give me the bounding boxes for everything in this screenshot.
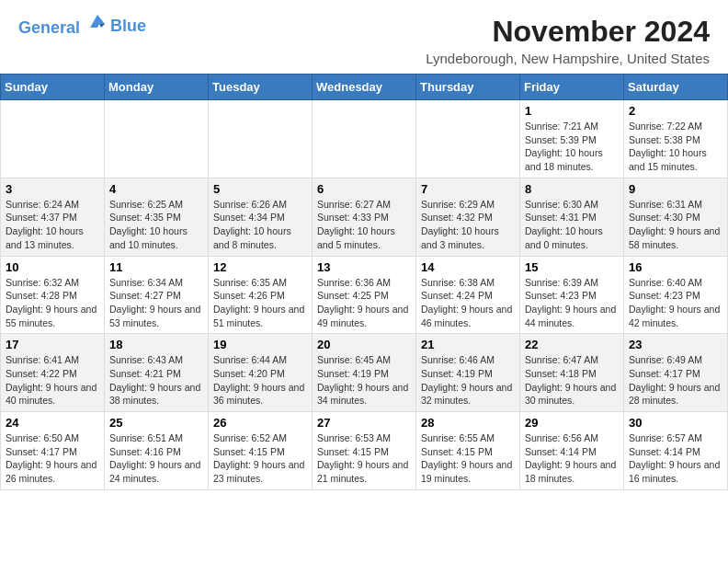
calendar-cell: 16Sunrise: 6:40 AMSunset: 4:23 PMDayligh… <box>624 256 728 334</box>
day-number: 7 <box>421 182 515 196</box>
day-info: Sunrise: 7:21 AMSunset: 5:39 PMDaylight:… <box>525 120 619 174</box>
day-number: 8 <box>525 182 619 196</box>
logo-text: General <box>18 15 108 38</box>
day-number: 4 <box>109 182 203 196</box>
calendar-cell: 3Sunrise: 6:24 AMSunset: 4:37 PMDaylight… <box>1 178 105 256</box>
calendar-cell: 21Sunrise: 6:46 AMSunset: 4:19 PMDayligh… <box>416 334 520 412</box>
calendar-cell: 25Sunrise: 6:51 AMSunset: 4:16 PMDayligh… <box>105 412 209 490</box>
day-number: 10 <box>6 260 99 274</box>
calendar-cell: 1Sunrise: 7:21 AMSunset: 5:39 PMDaylight… <box>520 100 624 178</box>
day-info: Sunrise: 6:34 AMSunset: 4:27 PMDaylight:… <box>109 276 203 330</box>
day-info: Sunrise: 6:24 AMSunset: 4:37 PMDaylight:… <box>6 198 99 252</box>
calendar-cell: 26Sunrise: 6:52 AMSunset: 4:15 PMDayligh… <box>209 412 313 490</box>
day-number: 12 <box>213 260 307 274</box>
day-info: Sunrise: 6:25 AMSunset: 4:35 PMDaylight:… <box>109 198 203 252</box>
day-info: Sunrise: 7:22 AMSunset: 5:38 PMDaylight:… <box>629 120 722 174</box>
day-number: 6 <box>317 182 411 196</box>
weekday-header: Friday <box>520 75 624 100</box>
calendar-row: 3Sunrise: 6:24 AMSunset: 4:37 PMDaylight… <box>1 178 728 256</box>
day-info: Sunrise: 6:38 AMSunset: 4:24 PMDaylight:… <box>421 276 515 330</box>
weekday-header: Saturday <box>624 75 728 100</box>
calendar-row: 1Sunrise: 7:21 AMSunset: 5:39 PMDaylight… <box>1 100 728 178</box>
day-info: Sunrise: 6:53 AMSunset: 4:15 PMDaylight:… <box>317 431 411 486</box>
day-number: 2 <box>629 104 722 118</box>
day-info: Sunrise: 6:47 AMSunset: 4:18 PMDaylight:… <box>525 353 619 408</box>
day-info: Sunrise: 6:40 AMSunset: 4:23 PMDaylight:… <box>629 276 722 330</box>
calendar-cell: 5Sunrise: 6:26 AMSunset: 4:34 PMDaylight… <box>209 178 313 256</box>
day-info: Sunrise: 6:49 AMSunset: 4:17 PMDaylight:… <box>629 353 722 408</box>
calendar-cell: 29Sunrise: 6:56 AMSunset: 4:14 PMDayligh… <box>520 412 624 490</box>
calendar-cell: 28Sunrise: 6:55 AMSunset: 4:15 PMDayligh… <box>416 412 520 490</box>
day-info: Sunrise: 6:29 AMSunset: 4:32 PMDaylight:… <box>421 198 515 252</box>
calendar-cell: 30Sunrise: 6:57 AMSunset: 4:14 PMDayligh… <box>624 412 728 490</box>
page-header: General Blue November 2024 Lyndeborough,… <box>0 0 728 74</box>
day-number: 14 <box>421 260 515 274</box>
day-number: 22 <box>525 338 619 351</box>
day-number: 19 <box>213 338 307 351</box>
calendar-cell: 24Sunrise: 6:50 AMSunset: 4:17 PMDayligh… <box>1 412 105 490</box>
day-info: Sunrise: 6:31 AMSunset: 4:30 PMDaylight:… <box>629 198 722 252</box>
calendar-cell: 27Sunrise: 6:53 AMSunset: 4:15 PMDayligh… <box>313 412 416 490</box>
day-number: 29 <box>525 416 619 430</box>
day-number: 1 <box>525 104 619 118</box>
day-number: 21 <box>421 338 515 351</box>
day-number: 20 <box>317 338 411 351</box>
calendar-cell <box>105 100 209 178</box>
calendar-row: 17Sunrise: 6:41 AMSunset: 4:22 PMDayligh… <box>1 334 728 412</box>
calendar-cell: 11Sunrise: 6:34 AMSunset: 4:27 PMDayligh… <box>105 256 209 334</box>
day-number: 23 <box>629 338 722 351</box>
calendar-cell <box>209 100 313 178</box>
day-number: 24 <box>6 416 99 430</box>
day-number: 5 <box>213 182 307 196</box>
calendar-cell: 14Sunrise: 6:38 AMSunset: 4:24 PMDayligh… <box>416 256 520 334</box>
weekday-header: Sunday <box>1 75 105 100</box>
calendar-cell: 10Sunrise: 6:32 AMSunset: 4:28 PMDayligh… <box>1 256 105 334</box>
day-number: 25 <box>109 416 203 430</box>
day-number: 13 <box>317 260 411 274</box>
day-number: 26 <box>213 416 307 430</box>
day-info: Sunrise: 6:35 AMSunset: 4:26 PMDaylight:… <box>213 276 307 330</box>
day-number: 28 <box>421 416 515 430</box>
day-info: Sunrise: 6:46 AMSunset: 4:19 PMDaylight:… <box>421 353 515 408</box>
day-number: 9 <box>629 182 722 196</box>
day-info: Sunrise: 6:45 AMSunset: 4:19 PMDaylight:… <box>317 353 411 408</box>
day-info: Sunrise: 6:43 AMSunset: 4:21 PMDaylight:… <box>109 353 203 408</box>
calendar-cell <box>313 100 416 178</box>
day-number: 11 <box>109 260 203 274</box>
logo: General Blue <box>18 15 146 38</box>
day-info: Sunrise: 6:51 AMSunset: 4:16 PMDaylight:… <box>109 431 203 486</box>
calendar-cell <box>1 100 105 178</box>
month-title: November 2024 <box>426 15 710 49</box>
calendar-cell: 23Sunrise: 6:49 AMSunset: 4:17 PMDayligh… <box>624 334 728 412</box>
day-info: Sunrise: 6:57 AMSunset: 4:14 PMDaylight:… <box>629 431 722 486</box>
day-number: 17 <box>6 338 99 351</box>
day-info: Sunrise: 6:32 AMSunset: 4:28 PMDaylight:… <box>6 276 99 330</box>
day-number: 15 <box>525 260 619 274</box>
calendar-header-row: SundayMondayTuesdayWednesdayThursdayFrid… <box>1 75 728 100</box>
calendar-cell: 9Sunrise: 6:31 AMSunset: 4:30 PMDaylight… <box>624 178 728 256</box>
calendar-cell: 2Sunrise: 7:22 AMSunset: 5:38 PMDaylight… <box>624 100 728 178</box>
calendar-cell: 17Sunrise: 6:41 AMSunset: 4:22 PMDayligh… <box>1 334 105 412</box>
day-number: 16 <box>629 260 722 274</box>
day-info: Sunrise: 6:30 AMSunset: 4:31 PMDaylight:… <box>525 198 619 252</box>
calendar-cell: 15Sunrise: 6:39 AMSunset: 4:23 PMDayligh… <box>520 256 624 334</box>
day-info: Sunrise: 6:56 AMSunset: 4:14 PMDaylight:… <box>525 431 619 486</box>
weekday-header: Tuesday <box>209 75 313 100</box>
day-number: 30 <box>629 416 722 430</box>
weekday-header: Monday <box>105 75 209 100</box>
day-info: Sunrise: 6:41 AMSunset: 4:22 PMDaylight:… <box>6 353 99 408</box>
day-number: 3 <box>6 182 99 196</box>
calendar-cell: 4Sunrise: 6:25 AMSunset: 4:35 PMDaylight… <box>105 178 209 256</box>
title-area: November 2024 Lyndeborough, New Hampshir… <box>426 15 710 66</box>
calendar-cell: 22Sunrise: 6:47 AMSunset: 4:18 PMDayligh… <box>520 334 624 412</box>
calendar-cell <box>416 100 520 178</box>
day-info: Sunrise: 6:36 AMSunset: 4:25 PMDaylight:… <box>317 276 411 330</box>
logo-blue: Blue <box>110 17 146 36</box>
weekday-header: Wednesday <box>313 75 416 100</box>
calendar-cell: 7Sunrise: 6:29 AMSunset: 4:32 PMDaylight… <box>416 178 520 256</box>
calendar-cell: 8Sunrise: 6:30 AMSunset: 4:31 PMDaylight… <box>520 178 624 256</box>
calendar-cell: 18Sunrise: 6:43 AMSunset: 4:21 PMDayligh… <box>105 334 209 412</box>
location: Lyndeborough, New Hampshire, United Stat… <box>426 51 710 66</box>
calendar-cell: 20Sunrise: 6:45 AMSunset: 4:19 PMDayligh… <box>313 334 416 412</box>
calendar-cell: 13Sunrise: 6:36 AMSunset: 4:25 PMDayligh… <box>313 256 416 334</box>
